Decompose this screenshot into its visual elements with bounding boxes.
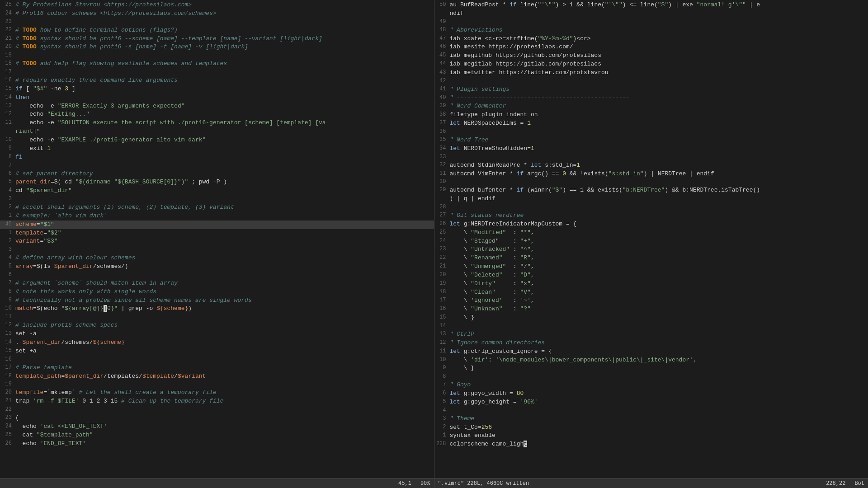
- editor-container: 25 # By Protesilaos Stavrou <https://pro…: [0, 0, 868, 488]
- code-line: 10 \ 'dir': '\node_modules\|bower_compon…: [434, 356, 868, 365]
- code-line: 15 set +a: [0, 347, 434, 356]
- code-line: 7: [0, 162, 434, 170]
- code-line: 18 \ "Clean" : "V",: [434, 288, 868, 297]
- code-line: 2 # accept shell arguments (1) scheme, (…: [0, 203, 434, 212]
- code-line: 8 # note this works only with single wor…: [0, 288, 434, 296]
- code-line: 22 # TODO how to define terminal options…: [0, 26, 434, 35]
- right-statusbar: ".vimrc" 228L, 4660C written 228,22 Bot: [434, 478, 868, 488]
- code-line: 26 let g:NERDTreeIndicatorMapCustom = {: [434, 220, 868, 229]
- right-status-right: 228,22 Bot: [822, 480, 868, 487]
- left-status-right: 45,1 90%: [395, 480, 434, 487]
- code-line: 24 echo 'cat <<END_OF_TEXT': [0, 422, 434, 431]
- code-line: 12 echo "Exiting...": [0, 110, 434, 119]
- code-line: 12 # include prot16 scheme specs: [0, 321, 434, 330]
- code-line: 10 echo -e "EXAMPLE ./prot16-generator a…: [0, 136, 434, 145]
- code-line: 26 echo 'END_OF_TEXT': [0, 440, 434, 448]
- code-line: 20 # TODO syntax should be prot16 -s [na…: [0, 43, 434, 52]
- code-line: 4 # define array with colour schemes: [0, 254, 434, 263]
- code-line: 10 match=$(echo "${array[@]}|0}" | grep …: [0, 305, 434, 313]
- code-line: 1 # example: `alto vim dark`: [0, 212, 434, 221]
- code-line: 31 autocmd VimEnter * if argc() == 0 && …: [434, 170, 868, 178]
- code-line: 3: [0, 246, 434, 254]
- left-pane[interactable]: 25 # By Protesilaos Stavrou <https://pro…: [0, 0, 434, 488]
- code-line: 4: [434, 407, 868, 415]
- code-line: 6: [0, 271, 434, 279]
- code-line: 16 # require exactly three command line …: [0, 76, 434, 85]
- code-line: 13 set -a: [0, 330, 434, 338]
- code-line: 228 colorscheme camo_light: [434, 440, 868, 449]
- left-scroll-pct: 90%: [420, 480, 430, 487]
- code-line: 34 let NERDTreeShowHidden=1: [434, 145, 868, 153]
- code-line: 27 " Git status nerdtree: [434, 211, 868, 220]
- right-status-file-info: ".vimrc" 228L, 4660C written: [434, 480, 823, 487]
- code-line: 6 # set parent directory: [0, 170, 434, 178]
- code-line: 9 # technically not a problem since all …: [0, 296, 434, 305]
- code-line: 5 let g:goyo_height = '90%': [434, 398, 868, 407]
- code-line: 5 parent_dir=$( cd "$(dirname "${BASH_SO…: [0, 178, 434, 187]
- code-line: 39 " Nerd Commenter: [434, 102, 868, 111]
- code-line: ) | q | endif: [434, 195, 868, 203]
- code-line-highlighted: 45 scheme="$1": [0, 221, 434, 229]
- code-line: 12 " Ignore common directories: [434, 339, 868, 347]
- code-line: 7 # argument `scheme` should match item …: [0, 279, 434, 288]
- code-line: 20 \ "Deleted" : "D",: [434, 271, 868, 280]
- right-file-info: ".vimrc" 228L, 4660C written: [438, 480, 529, 487]
- code-line: 30: [434, 178, 868, 186]
- code-line: 11 let g:ctrlp_custom_ignore = {: [434, 347, 868, 356]
- code-line: 5 array=$(ls $parent_dir/schemes/): [0, 263, 434, 271]
- code-line: 36: [434, 128, 868, 136]
- code-line: 15 \ }: [434, 314, 868, 322]
- code-line: 2 variant="$3": [0, 237, 434, 246]
- code-line: 24 # Prot16 colour schemes <https://prot…: [0, 9, 434, 18]
- code-line: 1 template="$2": [0, 229, 434, 238]
- code-line: 32 autocmd StdinReadPre * let s:std_in=1: [434, 161, 868, 170]
- code-line: 38 filetype plugin indent on: [434, 111, 868, 119]
- code-line: 21 trap 'rm -f $FILE' 0 1 2 3 15 # Clean…: [0, 397, 434, 406]
- left-code-area[interactable]: 25 # By Protesilaos Stavrou <https://pro…: [0, 0, 434, 478]
- code-line: 23: [0, 18, 434, 26]
- code-line: 19: [0, 380, 434, 389]
- code-line: 19: [0, 52, 434, 60]
- code-line: 14 then: [0, 94, 434, 102]
- code-line: 16 \ "Unknown" : "?": [434, 305, 868, 314]
- code-line: 47 iab xdate <c-r>=strftime("%Y-%m-%d")<…: [434, 35, 868, 43]
- code-line: 17 # Parse template: [0, 364, 434, 372]
- code-line: 3: [0, 195, 434, 203]
- code-line: 9 exit 1: [0, 145, 434, 153]
- code-line: 23 (: [0, 414, 434, 422]
- code-line: 15 if [ "$#" -ne 3 ]: [0, 85, 434, 94]
- code-line: 35 " Nerd Tree: [434, 136, 868, 145]
- code-line: 16: [0, 356, 434, 364]
- code-line: riant]": [0, 127, 434, 136]
- code-line: 1 syntax enable: [434, 432, 868, 440]
- code-line: 45 iab megithub https://github.com/prote…: [434, 52, 868, 60]
- code-line: 20 tempfile=`mktemp` # Let the shell cre…: [0, 389, 434, 397]
- code-line: 22 \ "Renamed" : "R",: [434, 254, 868, 263]
- code-line: 17: [0, 68, 434, 76]
- code-line: 25 cat "$template_path": [0, 431, 434, 440]
- right-scroll-mode: Bot: [854, 480, 864, 487]
- code-line: 41 " Plugin settings: [434, 85, 868, 94]
- right-pane[interactable]: 50 au BufReadPost * if line("'\"") > 1 &…: [434, 0, 868, 488]
- code-line: 7 " Goyo: [434, 381, 868, 389]
- code-line: 28: [434, 203, 868, 211]
- right-cursor-pos: 228,22: [826, 480, 845, 487]
- code-line: 23 \ "Untracked" : "^",: [434, 245, 868, 254]
- left-statusbar: 45,1 90%: [0, 478, 434, 488]
- code-line: 37 let NERDSpaceDelims = 1: [434, 119, 868, 128]
- code-line: 44 iab megitlab https://gitlab.com/prote…: [434, 60, 868, 69]
- code-line: 24 \ "Staged" : "+",: [434, 237, 868, 246]
- code-line: 6 let g:goyo_width = 80: [434, 389, 868, 398]
- code-line: 49: [434, 18, 868, 26]
- code-line: 25 \ "Modified" : "*",: [434, 229, 868, 237]
- code-line: 21 \ "Unmerged" : "/",: [434, 263, 868, 271]
- left-cursor-pos: 45,1: [398, 480, 411, 487]
- editor-panes: 25 # By Protesilaos Stavrou <https://pro…: [0, 0, 868, 488]
- code-line: 22: [0, 406, 434, 414]
- code-line: 4 cd "$parent_dir": [0, 187, 434, 195]
- right-code-area[interactable]: 50 au BufReadPost * if line("'\"") > 1 &…: [434, 0, 868, 478]
- code-line: 14: [434, 322, 868, 330]
- code-line: 14 . $parent_dir/schemes/${scheme}: [0, 338, 434, 347]
- code-line: 8: [434, 373, 868, 381]
- code-line: 29 autocmd bufenter * if (winnr("$") == …: [434, 186, 868, 195]
